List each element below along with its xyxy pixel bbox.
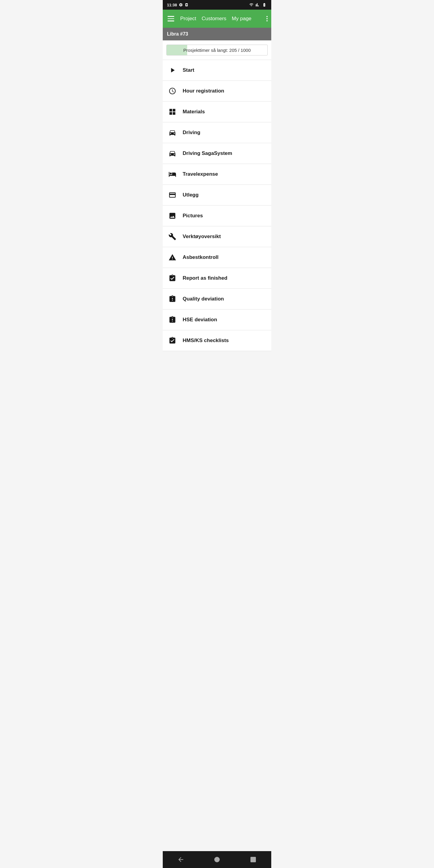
menu-label-hour-registration: Hour registration <box>183 88 224 94</box>
car-saga-icon <box>167 149 177 158</box>
nav-bar: Project Customers My page <box>163 10 271 28</box>
menu-item-asbestkontroll[interactable]: Asbestkontroll <box>163 247 271 268</box>
clipboard-alert-quality-icon <box>167 294 177 304</box>
menu-item-pictures[interactable]: Pictures <box>163 206 271 226</box>
menu-item-quality-deviation[interactable]: Quality deviation <box>163 289 271 310</box>
nav-project[interactable]: Project <box>180 16 196 22</box>
status-bar: 11:38 <box>163 0 271 10</box>
progress-bar-container: Prosjekttimer så langt: 205 / 1000 <box>166 44 268 56</box>
menu-item-hse-deviation[interactable]: HSE deviation <box>163 310 271 330</box>
content-area: Prosjekttimer så langt: 205 / 1000 Start… <box>163 40 271 368</box>
menu-label-verktoy: Verktøyoversikt <box>183 234 221 240</box>
menu-label-pictures: Pictures <box>183 213 203 219</box>
status-bar-left: 11:38 <box>167 3 188 7</box>
menu-item-hms-checklists[interactable]: HMS/KS checklists <box>163 330 271 351</box>
sim-icon <box>185 3 188 7</box>
menu-item-verktoy[interactable]: Verktøyoversikt <box>163 226 271 247</box>
menu-item-start[interactable]: Start <box>163 60 271 81</box>
credit-card-icon <box>167 190 177 200</box>
progress-label: Prosjekttimer så langt: 205 / 1000 <box>167 48 267 53</box>
nav-customers[interactable]: Customers <box>202 16 226 22</box>
clock-icon <box>167 86 177 96</box>
menu-label-report-finished: Report as finished <box>183 275 227 281</box>
wrench-icon <box>167 232 177 241</box>
menu-label-driving: Driving <box>183 130 200 135</box>
menu-label-hse-deviation: HSE deviation <box>183 317 217 323</box>
grid-icon <box>167 107 177 117</box>
wifi-icon <box>249 3 254 7</box>
project-title: Libra #73 <box>167 31 188 36</box>
menu-label-start: Start <box>183 67 194 73</box>
menu-label-hms-checklists: HMS/KS checklists <box>183 338 229 344</box>
warning-icon <box>167 253 177 262</box>
menu-item-driving-saga[interactable]: Driving SagaSystem <box>163 143 271 164</box>
status-bar-right <box>249 3 267 7</box>
menu-label-materials: Materials <box>183 109 205 115</box>
menu-item-report-finished[interactable]: Report as finished <box>163 268 271 289</box>
menu-list: Start Hour registration Materials Drivin… <box>163 60 271 351</box>
clipboard-check-icon <box>167 273 177 283</box>
checklist-icon <box>167 336 177 345</box>
battery-icon <box>261 3 267 7</box>
clipboard-alert-hse-icon <box>167 315 177 324</box>
menu-label-quality-deviation: Quality deviation <box>183 296 224 302</box>
menu-item-utlegg[interactable]: Utlegg <box>163 185 271 206</box>
project-title-bar: Libra #73 <box>163 28 271 40</box>
menu-item-materials[interactable]: Materials <box>163 101 271 122</box>
signal-icon <box>255 3 260 7</box>
menu-item-driving[interactable]: Driving <box>163 122 271 143</box>
car-icon <box>167 128 177 137</box>
menu-label-asbestkontroll: Asbestkontroll <box>183 254 218 260</box>
bed-icon <box>167 169 177 179</box>
play-icon <box>167 65 177 75</box>
menu-label-utlegg: Utlegg <box>183 192 198 198</box>
nav-links: Project Customers My page <box>180 16 261 22</box>
hamburger-menu[interactable] <box>166 15 176 23</box>
more-options-button[interactable] <box>267 16 268 22</box>
menu-label-travelexpense: Travelexpense <box>183 171 218 177</box>
menu-item-travelexpense[interactable]: Travelexpense <box>163 164 271 185</box>
settings-icon <box>179 3 183 7</box>
menu-item-hour-registration[interactable]: Hour registration <box>163 81 271 101</box>
menu-label-driving-saga: Driving SagaSystem <box>183 150 232 156</box>
time: 11:38 <box>167 3 177 7</box>
nav-mypage[interactable]: My page <box>232 16 251 22</box>
image-icon <box>167 211 177 221</box>
progress-section: Prosjekttimer så langt: 205 / 1000 <box>163 40 271 60</box>
